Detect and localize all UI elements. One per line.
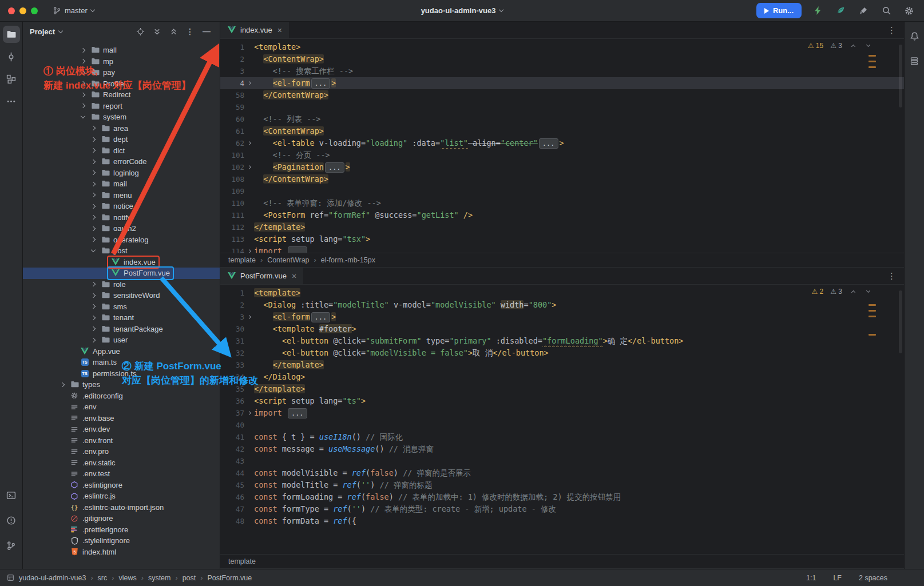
chevron-right-icon[interactable] [78, 82, 88, 85]
tree-item-env-front[interactable]: .env.front [23, 435, 220, 447]
folded-code-icon[interactable]: ... [288, 408, 307, 418]
chevron-right-icon[interactable] [78, 49, 88, 52]
tree-item-system[interactable]: system [23, 111, 220, 123]
warning-count-badge[interactable]: ⚠ 2 [811, 288, 823, 296]
tree-item-env-static[interactable]: .env.static [23, 457, 220, 469]
tree-item-user[interactable]: user [23, 334, 220, 346]
run-button[interactable]: Run... [756, 3, 802, 18]
tree-item-notice[interactable]: notice [23, 201, 220, 212]
tree-item-mp[interactable]: mp [23, 56, 220, 67]
tree-item-operatelog[interactable]: operatelog [23, 234, 220, 246]
chevron-right-icon[interactable] [88, 193, 98, 197]
chevron-right-icon[interactable] [88, 205, 98, 208]
chevron-right-icon[interactable] [88, 227, 98, 230]
problems-tool-icon[interactable] [3, 512, 20, 529]
tree-item-eslintrc-auto-import-json[interactable]: {}.eslintrc-auto-import.json [23, 502, 220, 513]
fold-icon[interactable] [244, 77, 254, 89]
tree-item-gitignore[interactable]: .gitignore [23, 513, 220, 524]
chevron-right-icon[interactable] [57, 383, 67, 386]
breadcrumb-item[interactable]: template [228, 557, 256, 565]
caret-position[interactable]: 1:1 [806, 574, 816, 582]
tree-item-env-test[interactable]: .env.test [23, 468, 220, 480]
git-branch-widget[interactable]: master [48, 4, 99, 17]
indent-indicator[interactable]: 2 spaces [859, 574, 887, 582]
chevron-right-icon[interactable] [78, 59, 88, 63]
project-selector[interactable]: yudao-ui-admin-vue3 [421, 6, 503, 15]
chevron-right-icon[interactable] [88, 216, 98, 219]
next-problem-icon[interactable] [864, 288, 872, 296]
chevron-right-icon[interactable] [88, 294, 98, 297]
editor-scrollbar[interactable] [899, 45, 902, 107]
code-editor-index-vue[interactable]: 1<template>2 <ContentWrap>3 <!-- 搜索工作栏 -… [220, 39, 904, 253]
tree-item-app-vue[interactable]: App.vue [23, 346, 220, 357]
tree-item-env[interactable]: .env [23, 401, 220, 413]
tree-item-post[interactable]: post [23, 245, 220, 257]
tree-item-errorcode[interactable]: errorCode [23, 156, 220, 168]
editor-scrollbar[interactable] [899, 290, 902, 353]
locate-file-icon[interactable] [134, 25, 146, 38]
tree-item-tenantpackage[interactable]: tenantPackage [23, 324, 220, 335]
search-icon[interactable] [879, 4, 893, 18]
folded-code-icon[interactable]: ... [288, 246, 307, 253]
tree-item-dict[interactable]: dict [23, 145, 220, 157]
tree-item-index-vue[interactable]: index.vue [23, 257, 220, 268]
project-tool-icon[interactable] [3, 26, 20, 43]
tree-item-eslintignore[interactable]: .eslintignore [23, 480, 220, 491]
tree-item-mall[interactable]: mall [23, 45, 220, 56]
project-panel-title[interactable]: Project [30, 27, 55, 36]
tree-item-env-dev[interactable]: .env.dev [23, 424, 220, 435]
panel-options-icon[interactable]: ⋮ [184, 25, 196, 38]
tree-item-main-ts[interactable]: TSmain.ts [23, 357, 220, 368]
minimize-window-button[interactable] [19, 7, 26, 14]
folded-code-icon[interactable]: ... [311, 78, 331, 89]
fold-icon[interactable] [244, 137, 254, 149]
chevron-right-icon[interactable] [88, 171, 98, 174]
tree-item-stylelintignore[interactable]: .stylelintignore [23, 535, 220, 547]
breadcrumb-item[interactable]: template [228, 256, 256, 264]
chevron-right-icon[interactable] [88, 138, 98, 141]
warning-count-badge[interactable]: ⚠ 3 [830, 288, 842, 296]
chevron-right-icon[interactable] [88, 305, 98, 308]
chevron-down-icon[interactable] [88, 250, 98, 252]
database-icon[interactable] [906, 53, 923, 70]
tree-item-sms[interactable]: sms [23, 301, 220, 313]
chevron-right-icon[interactable] [88, 126, 98, 130]
expand-all-icon[interactable] [150, 25, 163, 38]
close-window-button[interactable] [8, 7, 15, 14]
notifications-bell-icon[interactable] [906, 27, 923, 45]
next-problem-icon[interactable] [864, 42, 872, 50]
tree-item-menu[interactable]: menu [23, 190, 220, 201]
tree-item-redirect[interactable]: Redirect [23, 89, 220, 101]
close-tab-icon[interactable]: × [277, 26, 282, 35]
version-control-tool-icon[interactable] [3, 537, 20, 554]
warning-count-badge[interactable]: ⚠ 15 [808, 42, 823, 50]
brush-icon[interactable] [856, 4, 870, 18]
commit-tool-icon[interactable] [3, 48, 20, 65]
tree-item-tenant[interactable]: tenant [23, 312, 220, 324]
code-editor-postform-vue[interactable]: 1<template>2 <Dialog :title="modelTitle"… [220, 285, 904, 554]
folded-code-icon[interactable]: ... [311, 312, 331, 322]
tree-item-editorconfig[interactable]: .editorconfig [23, 390, 220, 402]
folded-code-icon[interactable]: ... [325, 162, 344, 173]
breadcrumb-item[interactable]: el-form.-mb-15px [321, 256, 375, 264]
settings-gear-icon[interactable] [902, 4, 916, 18]
fold-icon[interactable] [244, 311, 254, 323]
editor-options-icon[interactable]: ⋮ [884, 25, 899, 35]
chevron-right-icon[interactable] [78, 71, 88, 74]
structure-tool-icon[interactable] [3, 70, 20, 87]
chevron-right-icon[interactable] [88, 160, 98, 164]
folded-code-icon[interactable]: ... [539, 138, 558, 149]
tree-item-report[interactable]: report [23, 101, 220, 112]
tree-item-env-pro[interactable]: .env.pro [23, 446, 220, 457]
tree-item-role[interactable]: role [23, 279, 220, 290]
breadcrumb-item[interactable]: yudao-ui-admin-vue3 [19, 574, 86, 582]
chevron-right-icon[interactable] [88, 149, 98, 152]
leaf-icon[interactable] [834, 4, 847, 18]
line-separator-indicator[interactable]: LF [833, 574, 842, 582]
tab-index-vue[interactable]: index.vue × [220, 22, 290, 38]
tree-item-index-html[interactable]: 5index.html [23, 547, 220, 558]
collapse-all-icon[interactable] [167, 25, 180, 38]
chevron-down-icon[interactable] [58, 28, 63, 33]
chevron-right-icon[interactable] [88, 282, 98, 286]
tree-item-area[interactable]: area [23, 123, 220, 134]
